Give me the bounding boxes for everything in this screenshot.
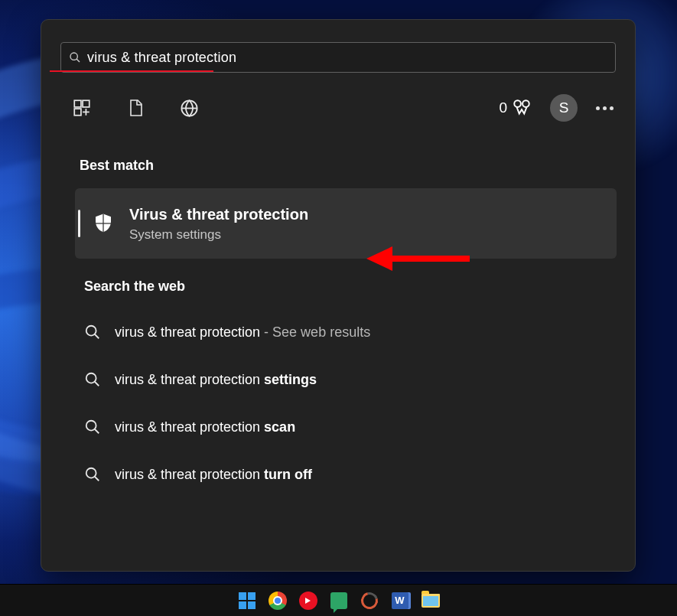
best-match-result[interactable]: Virus & threat protection System setting… bbox=[75, 188, 617, 259]
web-result-bold: scan bbox=[264, 419, 295, 435]
search-input[interactable] bbox=[87, 50, 607, 66]
web-result-item[interactable]: virus & threat protection - See web resu… bbox=[76, 308, 635, 356]
svg-point-14 bbox=[86, 421, 96, 431]
svg-line-13 bbox=[95, 382, 99, 386]
rewards-badge[interactable]: 0 bbox=[499, 98, 532, 118]
svg-point-9 bbox=[522, 100, 529, 107]
svg-rect-3 bbox=[83, 100, 90, 107]
svg-point-12 bbox=[86, 373, 96, 383]
filter-documents-icon[interactable] bbox=[122, 95, 148, 121]
search-web-heading: Search the web bbox=[84, 279, 635, 295]
taskbar-start-button[interactable] bbox=[236, 589, 259, 612]
web-result-text: virus & threat protection bbox=[115, 324, 260, 340]
filter-web-icon[interactable] bbox=[176, 95, 202, 121]
svg-rect-4 bbox=[74, 109, 81, 116]
taskbar-google-chat-icon[interactable] bbox=[327, 589, 350, 612]
rewards-count: 0 bbox=[499, 99, 507, 116]
taskbar-app-icon[interactable] bbox=[358, 589, 381, 612]
filter-row: 0 S bbox=[60, 90, 617, 125]
web-result-item[interactable]: virus & threat protection scan bbox=[76, 403, 635, 451]
search-icon bbox=[69, 51, 81, 64]
taskbar-youtube-music-icon[interactable] bbox=[297, 589, 320, 612]
svg-point-10 bbox=[86, 326, 96, 336]
web-results-list: virus & threat protection - See web resu… bbox=[76, 308, 635, 498]
web-result-suffix: - See web results bbox=[260, 324, 370, 340]
search-icon bbox=[84, 371, 101, 388]
selection-accent bbox=[78, 210, 80, 237]
shield-icon bbox=[91, 211, 116, 236]
svg-point-16 bbox=[86, 468, 96, 478]
search-icon bbox=[84, 324, 101, 341]
annotation-underline bbox=[50, 70, 213, 72]
taskbar: W bbox=[0, 584, 677, 616]
result-title: Virus & threat protection bbox=[129, 204, 308, 224]
svg-line-11 bbox=[95, 334, 99, 339]
start-search-panel: 0 S Best match Virus & threat protection… bbox=[41, 19, 636, 572]
result-subtitle: System settings bbox=[129, 227, 308, 243]
svg-line-15 bbox=[95, 429, 99, 434]
search-icon bbox=[84, 419, 101, 435]
more-menu-icon[interactable] bbox=[596, 106, 614, 110]
user-avatar[interactable]: S bbox=[550, 94, 578, 122]
taskbar-chrome-icon[interactable] bbox=[266, 589, 289, 612]
web-result-text: virus & threat protection bbox=[115, 372, 264, 387]
web-result-bold: settings bbox=[264, 372, 317, 387]
svg-line-17 bbox=[95, 477, 99, 481]
web-result-item[interactable]: virus & threat protection settings bbox=[76, 356, 635, 403]
web-result-bold: turn off bbox=[264, 467, 312, 482]
filter-apps-icon[interactable] bbox=[69, 95, 95, 121]
svg-point-0 bbox=[70, 53, 77, 60]
taskbar-file-explorer-icon[interactable] bbox=[419, 589, 442, 612]
search-icon bbox=[84, 466, 101, 483]
svg-line-1 bbox=[76, 59, 80, 62]
medal-icon bbox=[512, 98, 532, 118]
best-match-heading: Best match bbox=[80, 158, 635, 174]
taskbar-word-icon[interactable]: W bbox=[389, 589, 412, 612]
svg-rect-2 bbox=[74, 100, 81, 107]
svg-point-8 bbox=[514, 100, 521, 107]
desktop-background: 0 S Best match Virus & threat protection… bbox=[0, 0, 677, 616]
web-result-text: virus & threat protection bbox=[115, 419, 264, 435]
search-box[interactable] bbox=[60, 42, 616, 73]
avatar-initial: S bbox=[559, 99, 569, 116]
web-result-text: virus & threat protection bbox=[115, 467, 264, 482]
web-result-item[interactable]: virus & threat protection turn off bbox=[76, 451, 635, 498]
